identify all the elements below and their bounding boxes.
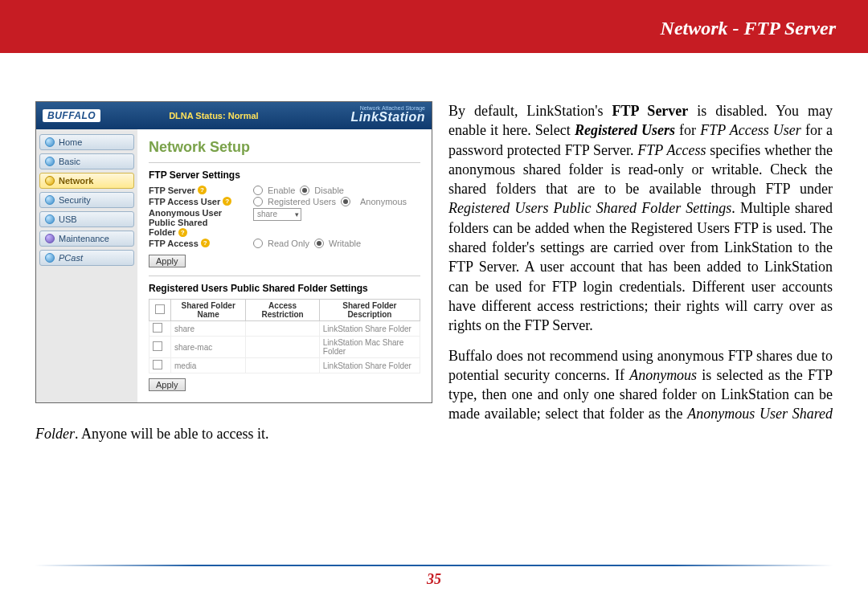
cell-desc: LinkStation Mac Share Folder <box>319 337 420 358</box>
label-ftp-access-user: FTP Access User? <box>149 197 253 206</box>
checkbox-all[interactable] <box>155 304 165 314</box>
cell-desc: LinkStation Share Folder <box>319 321 420 337</box>
help-icon[interactable]: ? <box>178 228 187 237</box>
table-row: share-mac LinkStation Mac Share Folder <box>149 337 420 358</box>
table-row: media LinkStation Share Folder <box>149 358 420 373</box>
radio-disable[interactable] <box>300 186 309 195</box>
checkbox-row[interactable] <box>153 341 162 351</box>
sidebar-item-label: Basic <box>59 157 80 166</box>
sidebar-item-security[interactable]: Security <box>39 192 134 208</box>
product-title: LinkStation <box>350 111 425 124</box>
checkbox-row[interactable] <box>153 323 162 333</box>
product-name: Network Attached Storage LinkStation <box>350 105 425 124</box>
cell-restriction <box>246 358 319 373</box>
shared-folder-table: Shared Folder Name Access Restriction Sh… <box>149 299 420 373</box>
section-title-registered-users: Registered Users Public Shared Folder Se… <box>149 283 420 294</box>
sidebar-item-label: PCast <box>59 253 83 263</box>
sidebar-item-label: Security <box>59 195 91 205</box>
footer-rule <box>35 565 833 566</box>
radio-label: Writable <box>329 239 361 248</box>
cell-name: media <box>171 358 246 373</box>
col-folder-name: Shared Folder Name <box>171 300 246 321</box>
brand-logo: BUFFALO <box>43 109 100 122</box>
select-anon-folder[interactable]: share <box>253 208 301 221</box>
sidebar-item-network[interactable]: Network <box>39 173 134 189</box>
col-access-restriction: Access Restriction <box>246 300 319 321</box>
sidebar-item-pcast[interactable]: PCast <box>39 250 134 266</box>
help-icon[interactable]: ? <box>198 186 207 194</box>
col-folder-description: Shared Folder Description <box>319 300 420 321</box>
label-anon-folder: Anonymous User Public Shared Folder? <box>149 208 253 237</box>
embedded-screenshot: BUFFALO DLNA Status: Normal Network Atta… <box>35 101 432 403</box>
sidebar-item-label: USB <box>59 214 77 224</box>
sidebar-item-home[interactable]: Home <box>39 134 134 150</box>
sidebar-item-label: Maintenance <box>59 234 109 243</box>
help-icon[interactable]: ? <box>201 239 210 247</box>
sidebar: Home Basic Network Security USB Maintena… <box>36 129 137 402</box>
dot-icon <box>45 234 55 243</box>
radio-enable[interactable] <box>253 186 263 195</box>
radio-label: Read Only <box>268 239 309 248</box>
radio-label: Disable <box>314 186 344 195</box>
content-heading: Network Setup <box>149 139 420 156</box>
sidebar-item-maintenance[interactable]: Maintenance <box>39 231 134 247</box>
dot-icon <box>45 195 55 205</box>
checkbox-row[interactable] <box>153 360 162 369</box>
apply-button-2[interactable]: Apply <box>149 378 186 391</box>
help-icon[interactable]: ? <box>223 197 231 206</box>
label-ftp-access: FTP Access? <box>149 239 253 248</box>
dot-icon <box>45 157 55 166</box>
label-ftp-server: FTP Server? <box>149 186 253 195</box>
dot-icon <box>45 253 55 263</box>
cell-restriction <box>246 321 319 337</box>
dot-icon <box>45 137 55 147</box>
radio-registered-users[interactable] <box>253 197 263 206</box>
sidebar-item-label: Network <box>59 176 93 186</box>
dot-icon <box>45 214 55 224</box>
section-title-ftp-settings: FTP Server Settings <box>149 169 420 181</box>
cell-name: share-mac <box>171 337 246 358</box>
page-title: Network - FTP Server <box>661 18 836 39</box>
table-row: share LinkStation Share Folder <box>149 321 420 337</box>
dot-icon <box>45 176 55 186</box>
radio-label: Anonymous <box>360 197 407 206</box>
page-number: 35 <box>0 571 868 588</box>
sidebar-item-label: Home <box>59 137 82 147</box>
apply-button[interactable]: Apply <box>149 255 186 267</box>
header-bar: Network - FTP Server <box>0 0 868 53</box>
radio-anonymous[interactable] <box>341 197 350 206</box>
cell-desc: LinkStation Share Folder <box>319 358 420 373</box>
sidebar-item-usb[interactable]: USB <box>39 211 134 227</box>
radio-label: Registered Users <box>268 197 336 206</box>
cell-restriction <box>246 337 319 358</box>
ss-content: Network Setup FTP Server Settings FTP Se… <box>137 129 432 402</box>
dlna-status: DLNA Status: Normal <box>169 111 258 120</box>
radio-writable[interactable] <box>314 239 324 248</box>
cell-name: share <box>171 321 246 337</box>
sidebar-item-basic[interactable]: Basic <box>39 153 134 169</box>
radio-read-only[interactable] <box>253 239 263 248</box>
radio-label: Enable <box>268 186 295 195</box>
ss-banner: BUFFALO DLNA Status: Normal Network Atta… <box>36 102 432 129</box>
